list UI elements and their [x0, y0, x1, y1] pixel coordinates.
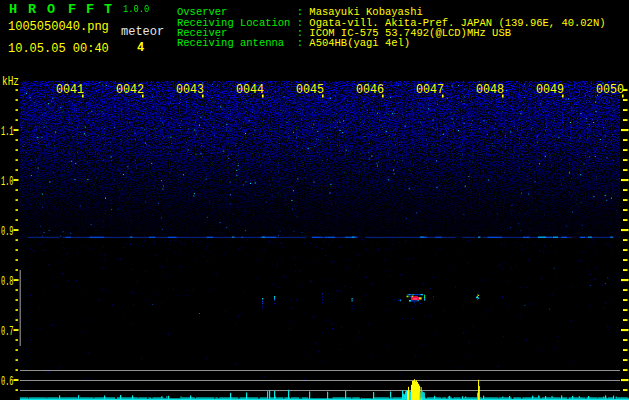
svg-text:0046: 0046: [356, 83, 384, 97]
svg-text:0047: 0047: [416, 83, 444, 97]
svg-text:kHz: kHz: [2, 75, 19, 89]
svg-text:0048: 0048: [476, 83, 504, 97]
svg-text:0042: 0042: [116, 83, 144, 97]
svg-text:0.9: 0.9: [1, 225, 13, 239]
svg-text:0049: 0049: [536, 83, 564, 97]
svg-text:0050: 0050: [596, 83, 624, 97]
svg-text:0044: 0044: [236, 83, 264, 97]
svg-text:1.1: 1.1: [1, 125, 13, 139]
svg-text:0.7: 0.7: [1, 325, 13, 339]
svg-text:0.6: 0.6: [1, 375, 13, 389]
svg-text:0045: 0045: [296, 83, 324, 97]
svg-text:0043: 0043: [176, 83, 204, 97]
svg-text:1.0: 1.0: [1, 175, 13, 189]
svg-text:0041: 0041: [56, 83, 84, 97]
svg-text:0.8: 0.8: [1, 275, 13, 289]
